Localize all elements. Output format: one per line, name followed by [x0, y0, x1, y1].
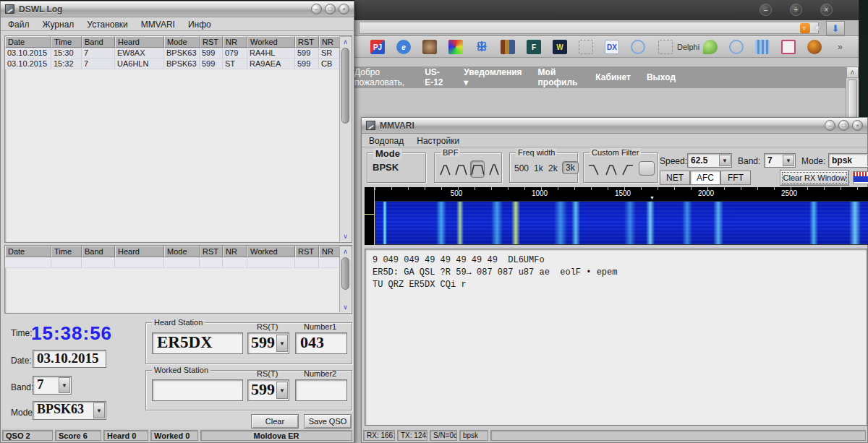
- date-field[interactable]: 03.10.2015: [33, 350, 106, 368]
- mode-select[interactable]: bpsk ▼: [828, 153, 868, 168]
- mode-dropdown-icon[interactable]: ▼: [93, 403, 105, 418]
- table-row[interactable]: 03.10.2015 15:32 7 UA6HLN BPSK63 599 ST …: [5, 59, 352, 69]
- books-icon[interactable]: [501, 40, 515, 54]
- freq-2k-button[interactable]: 2k: [548, 163, 558, 173]
- menu-settings[interactable]: Настройки: [417, 136, 459, 146]
- col-rst1[interactable]: RST: [200, 246, 223, 257]
- scroll-up-icon[interactable]: ∧: [340, 37, 351, 47]
- cabinet-link[interactable]: Кабинет: [595, 72, 631, 82]
- dswl-minimize-button[interactable]: –: [311, 4, 322, 14]
- worked-rst-dropdown-icon[interactable]: ▼: [276, 382, 288, 399]
- bpf-wide-button[interactable]: [470, 160, 485, 178]
- col-worked[interactable]: Worked: [247, 36, 295, 48]
- bpf-narrow-button[interactable]: [438, 160, 453, 178]
- rx-frequency-marker[interactable]: ▼: [650, 195, 655, 200]
- browser-titlebar[interactable]: – + ×: [354, 0, 859, 20]
- speed-dropdown-icon[interactable]: ▼: [719, 155, 731, 166]
- col-band[interactable]: Band: [82, 36, 115, 48]
- col-heard[interactable]: Heard: [115, 36, 164, 48]
- clear-button[interactable]: Clear: [251, 414, 299, 429]
- table-row[interactable]: [5, 257, 352, 268]
- afc-toggle[interactable]: AFC: [690, 171, 720, 185]
- band-select[interactable]: 7 ▼: [33, 376, 72, 395]
- band-dropdown-icon[interactable]: ▼: [783, 155, 794, 166]
- photo-icon[interactable]: [781, 40, 796, 54]
- mmvari-close-button[interactable]: ×: [852, 120, 863, 131]
- col-nr2[interactable]: NR: [319, 246, 340, 257]
- col-nr1[interactable]: NR: [223, 246, 247, 257]
- avatar-icon[interactable]: [422, 40, 437, 54]
- band-dropdown-icon[interactable]: ▼: [59, 377, 70, 393]
- notifications-link[interactable]: Уведомления ▾: [464, 67, 522, 87]
- freq-1k-button[interactable]: 1k: [534, 163, 543, 173]
- col-nr2[interactable]: NR: [319, 36, 340, 48]
- worked-log-table[interactable]: Date Time Band Heard Mode RST NR Worked …: [4, 245, 352, 314]
- worked-rst-select[interactable]: 599 ▼: [247, 379, 289, 401]
- col-mode[interactable]: Mode: [164, 246, 200, 257]
- ring2-icon[interactable]: [729, 40, 744, 54]
- col-date[interactable]: Date: [5, 36, 51, 48]
- fft-toggle[interactable]: FFT: [720, 171, 751, 185]
- filter-highpass-button[interactable]: [621, 160, 635, 178]
- rss-icon[interactable]: ᯤ: [800, 23, 810, 33]
- freq-500-button[interactable]: 500: [514, 163, 529, 173]
- save-qso-button[interactable]: Save QSO: [304, 414, 352, 429]
- butterfly-icon[interactable]: ꕥ: [475, 40, 489, 54]
- heard-rst-dropdown-icon[interactable]: ▼: [276, 335, 288, 352]
- worked-number-field[interactable]: [295, 379, 347, 401]
- menu-journal[interactable]: Журнал: [43, 20, 75, 30]
- ring-icon[interactable]: [631, 40, 645, 54]
- grid-icon[interactable]: [755, 40, 770, 54]
- speed-select[interactable]: 62.5 ▼: [687, 153, 732, 168]
- col-time[interactable]: Time: [51, 36, 82, 48]
- menu-waterfall[interactable]: Водопад: [369, 136, 404, 146]
- scroll-thumb[interactable]: [848, 79, 857, 123]
- net-toggle[interactable]: NET: [660, 171, 690, 185]
- menu-mmvari[interactable]: MMVARI: [141, 20, 175, 30]
- col-date[interactable]: Date: [5, 246, 51, 257]
- f-icon[interactable]: F: [527, 40, 541, 54]
- dx-icon[interactable]: DX: [605, 40, 619, 54]
- scroll-down-icon[interactable]: ∨: [340, 231, 351, 241]
- heard-rst-select[interactable]: 599 ▼: [247, 332, 289, 354]
- heard-log-table[interactable]: Date Time Band Heard Mode RST NR Worked …: [4, 35, 352, 243]
- delphi-slot-icon[interactable]: [658, 40, 673, 54]
- download-button[interactable]: ⬇: [826, 21, 845, 35]
- clear-rx-button[interactable]: Clear RX Window: [780, 170, 849, 186]
- pj-icon[interactable]: PJ: [370, 40, 385, 54]
- browser-maximize-button[interactable]: +: [790, 4, 802, 16]
- bookmark-star-icon[interactable]: ★: [813, 22, 821, 33]
- dswl-close-button[interactable]: ×: [339, 4, 349, 14]
- delphi-swirl-icon[interactable]: [703, 40, 718, 54]
- logout-link[interactable]: Выход: [647, 72, 676, 82]
- ie-icon[interactable]: e: [396, 40, 411, 54]
- bpf-medium-button[interactable]: [454, 160, 469, 178]
- scroll-up-icon[interactable]: ∧: [340, 246, 351, 257]
- mmvari-titlebar[interactable]: MMVARI – □ ×: [362, 118, 867, 134]
- col-rst2[interactable]: RST: [295, 36, 319, 48]
- heard-number-field[interactable]: 043: [295, 332, 347, 354]
- waterfall-display[interactable]: [375, 201, 868, 245]
- mmvari-flag-icon[interactable]: [853, 171, 868, 184]
- scroll-up-icon[interactable]: ˄: [846, 66, 859, 78]
- menu-settings[interactable]: Установки: [87, 20, 127, 30]
- address-input[interactable]: [359, 22, 819, 34]
- browser-minimize-button[interactable]: –: [760, 4, 772, 16]
- menu-file[interactable]: Файл: [8, 20, 30, 30]
- frequency-scale[interactable]: 500 1000 1500 2000 2500 ▼: [375, 187, 868, 201]
- worked-table-scrollbar[interactable]: ∧ ∨: [339, 246, 351, 312]
- col-nr1[interactable]: NR: [223, 36, 247, 48]
- scroll-thumb[interactable]: [341, 257, 349, 290]
- mmvari-minimize-button[interactable]: –: [825, 120, 835, 131]
- profile-link[interactable]: Мой профиль: [538, 67, 580, 87]
- col-heard[interactable]: Heard: [115, 246, 164, 257]
- scroll-down-icon[interactable]: ∨: [340, 302, 351, 312]
- menu-info[interactable]: Инфо: [188, 20, 211, 30]
- filter-custom-button[interactable]: [639, 161, 655, 176]
- amber-icon[interactable]: [807, 40, 822, 54]
- scroll-thumb[interactable]: [341, 48, 349, 124]
- vlu-icon[interactable]: W: [553, 40, 567, 54]
- palette-icon[interactable]: [448, 40, 463, 54]
- col-rst2[interactable]: RST: [295, 246, 319, 257]
- col-time[interactable]: Time: [51, 246, 82, 257]
